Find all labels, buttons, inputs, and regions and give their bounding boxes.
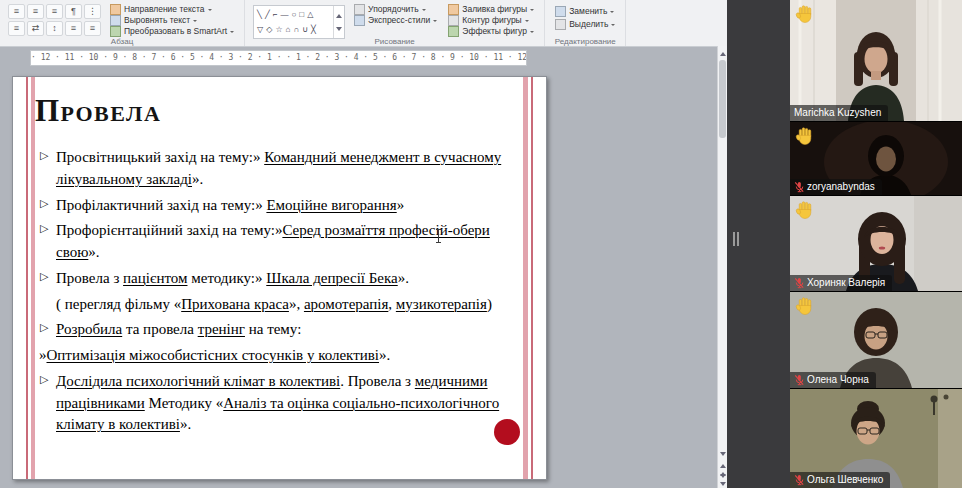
glyph-icon[interactable]: ⇄ bbox=[27, 21, 44, 36]
bullet-arrow-icon: ▷ bbox=[40, 148, 48, 164]
video-tile-zoryanabyndas[interactable]: zoryanabyndas bbox=[790, 122, 962, 195]
shape-outline-label: Контур фигуры bbox=[462, 15, 521, 25]
glyph-icon[interactable]: ¶ bbox=[65, 4, 82, 19]
participant-name: zoryanabyndas bbox=[807, 181, 875, 193]
scroll-down-icon bbox=[336, 27, 342, 34]
align-text-icon bbox=[110, 15, 121, 26]
chevron-down-icon bbox=[611, 24, 615, 28]
horizontal-ruler: · 12 · 11 · 10 · 9 · 8 · 7 · 6 · 5 · 4 ·… bbox=[30, 50, 527, 66]
glyph-icon[interactable]: ∪ bbox=[302, 24, 308, 36]
participant-name: Хориняк Валерія bbox=[807, 277, 885, 289]
video-tile-khoryniak-valeriia[interactable]: Хориняк Валерія bbox=[790, 196, 962, 291]
glyph-icon[interactable]: ▽ bbox=[257, 24, 263, 36]
chevron-down-icon bbox=[530, 9, 534, 13]
glyph-icon[interactable]: ≡ bbox=[84, 21, 101, 36]
bullet-arrow-icon: ▷ bbox=[40, 269, 48, 285]
smartart-icon bbox=[110, 26, 121, 37]
video-tile-olena-chorna[interactable]: Олена Чорна bbox=[790, 292, 962, 388]
glyph-icon[interactable]: ☆ bbox=[275, 24, 282, 36]
scrollbar-thumb[interactable] bbox=[719, 60, 726, 138]
shape-fill-button[interactable]: Заливка фигуры bbox=[446, 4, 536, 14]
participant-nametag: Marichka Kuzyshen bbox=[790, 105, 888, 121]
select-label: Выделить bbox=[569, 19, 608, 29]
raised-hand-icon bbox=[795, 296, 815, 316]
slide-border-stripe bbox=[531, 77, 533, 479]
glyph-icon[interactable]: △ bbox=[307, 9, 313, 21]
glyph-icon[interactable]: ╲ bbox=[257, 9, 262, 21]
video-feed bbox=[790, 0, 962, 121]
convert-to-smartart-button[interactable]: Преобразовать в SmartArt bbox=[108, 26, 236, 36]
shape-effects-icon bbox=[448, 26, 459, 37]
participant-nametag: Ольга Шевченко bbox=[790, 472, 890, 488]
slide-body: ▷Просвітницький захід на тему:» Командни… bbox=[39, 147, 510, 440]
video-tile-marichka-kuzyshen[interactable]: Marichka Kuzyshen bbox=[790, 0, 962, 121]
shape-fill-label: Заливка фигуры bbox=[462, 4, 527, 14]
participant-nametag: Олена Чорна bbox=[790, 372, 876, 388]
slide-paragraph: »Оптимізація міжособистісних стосунків у… bbox=[39, 345, 510, 367]
slide-border-stripe bbox=[26, 77, 28, 479]
replace-button[interactable]: Заменить bbox=[553, 6, 617, 16]
slide-title: Провела bbox=[35, 93, 161, 129]
chevron-down-icon bbox=[193, 20, 197, 24]
slide-paragraph: ▷Провела з пацієнтом методику:» Шкала де… bbox=[39, 268, 510, 290]
text-direction-button[interactable]: Направление текста bbox=[108, 4, 236, 14]
shape-outline-button[interactable]: Контур фигуры bbox=[446, 15, 536, 25]
glyph-icon[interactable]: ≡ bbox=[46, 4, 63, 19]
participant-name: Ольга Шевченко bbox=[807, 474, 883, 486]
glyph-icon[interactable]: ≡ bbox=[8, 21, 25, 36]
participant-nametag: Хориняк Валерія bbox=[790, 275, 892, 291]
mic-muted-icon bbox=[794, 374, 804, 386]
text-direction-label: Направление текста bbox=[124, 4, 205, 14]
meeting-window: ≡≡≡¶⋮ ≡⇄↕≡≡ Направление текста Выровнять… bbox=[0, 0, 962, 488]
chevron-down-icon bbox=[525, 20, 529, 24]
select-button[interactable]: Выделить bbox=[553, 19, 617, 29]
shape-effects-button[interactable]: Эффекты фигур bbox=[446, 26, 536, 36]
panel-splitter[interactable] bbox=[733, 232, 741, 246]
arrange-button[interactable]: Упорядочить bbox=[352, 4, 439, 14]
glyph-icon[interactable]: ≡ bbox=[27, 4, 44, 19]
align-text-button[interactable]: Выровнять текст bbox=[108, 15, 236, 25]
mic-muted-icon bbox=[794, 277, 804, 289]
paragraph-icons-row2: ≡⇄↕≡≡ bbox=[8, 21, 101, 36]
video-tile-olha-shevchenko[interactable]: Ольга Шевченко bbox=[790, 389, 962, 488]
glyph-icon[interactable]: ≡ bbox=[65, 21, 82, 36]
shape-effects-label: Эффекты фигур bbox=[462, 26, 527, 36]
shapes-gallery-scroll[interactable] bbox=[333, 6, 344, 38]
quick-styles-icon bbox=[354, 15, 365, 26]
slide-page[interactable]: Провела ▷Просвітницький захід на тему:» … bbox=[12, 76, 547, 480]
participants-panel: Marichka Kuzyshen bbox=[790, 0, 962, 488]
glyph-icon[interactable]: ╳ bbox=[311, 24, 316, 36]
glyph-icon[interactable]: ∩ bbox=[293, 24, 299, 36]
glyph-icon[interactable]: ― bbox=[280, 9, 288, 21]
ppt-ribbon: ≡≡≡¶⋮ ≡⇄↕≡≡ Направление текста Выровнять… bbox=[0, 0, 727, 47]
shapes-row2: ▽◇☆⌂∩∪╳ bbox=[257, 24, 332, 36]
ppt-scrollbar[interactable] bbox=[717, 46, 727, 488]
glyph-icon[interactable]: ◇ bbox=[266, 24, 272, 36]
shape-outline-icon bbox=[448, 15, 459, 26]
group-label-drawing: Рисование bbox=[245, 37, 544, 46]
text-cursor bbox=[438, 229, 439, 243]
ribbon-group-editing: Заменить Выделить Редактирование bbox=[545, 0, 626, 46]
glyph-icon[interactable]: ↕ bbox=[46, 21, 63, 36]
quick-styles-button[interactable]: Экспресс-стили bbox=[352, 15, 439, 25]
replace-label: Заменить bbox=[569, 6, 607, 16]
ribbon-group-paragraph: ≡≡≡¶⋮ ≡⇄↕≡≡ Направление текста Выровнять… bbox=[0, 0, 245, 46]
text-direction-icon bbox=[110, 4, 121, 15]
glyph-icon[interactable]: ○ bbox=[291, 9, 296, 21]
glyph-icon[interactable]: ╱ bbox=[265, 9, 270, 21]
raised-hand-icon bbox=[795, 126, 815, 146]
glyph-icon[interactable]: ⌐ bbox=[273, 9, 278, 21]
glyph-icon[interactable]: □ bbox=[299, 9, 304, 21]
glyph-icon[interactable]: ≡ bbox=[8, 4, 25, 19]
chevron-down-icon bbox=[230, 31, 234, 35]
laser-pointer-dot bbox=[494, 419, 520, 445]
bullet-arrow-icon: ▷ bbox=[40, 221, 48, 237]
glyph-icon[interactable]: ⋮ bbox=[84, 4, 101, 19]
shapes-gallery[interactable]: ╲╱⌐―○□△ ▽◇☆⌂∩∪╳ bbox=[253, 5, 345, 39]
paragraph-icons-row1: ≡≡≡¶⋮ bbox=[8, 4, 101, 19]
chevron-down-icon bbox=[530, 31, 534, 35]
raised-hand-icon bbox=[795, 200, 815, 220]
glyph-icon[interactable]: ⌂ bbox=[286, 24, 291, 36]
slide-paragraph: ▷Просвітницький захід на тему:» Командни… bbox=[39, 147, 510, 191]
slide-border-stripe bbox=[31, 77, 35, 479]
